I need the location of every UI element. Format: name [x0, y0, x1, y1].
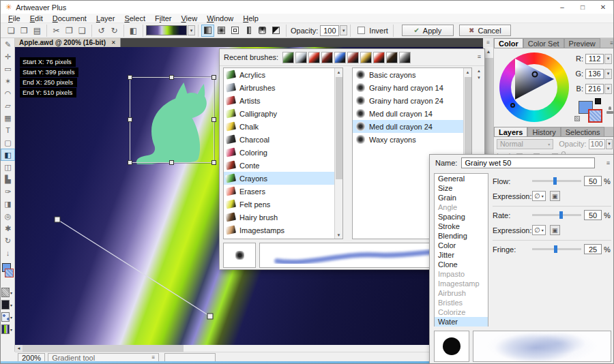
recent-brush-thumbnail[interactable]: [399, 52, 411, 63]
settings-section-item[interactable]: Grain: [435, 193, 488, 202]
cut-button[interactable]: ✂: [50, 25, 63, 37]
gradient-square-button[interactable]: [229, 25, 242, 37]
move-tool[interactable]: ✛: [1, 50, 15, 63]
panel-tab[interactable]: Color: [494, 38, 523, 48]
brush-variant-item[interactable]: Grainy hard crayon 14: [353, 81, 471, 94]
background-pattern-swatch[interactable]: [5, 269, 14, 277]
brush-variant-item[interactable]: Basic crayons: [353, 68, 471, 81]
expression-options-button[interactable]: ▣: [550, 191, 560, 201]
recent-brush-thumbnail[interactable]: [373, 52, 385, 63]
menu-item[interactable]: Edit: [25, 14, 48, 22]
selection-handle[interactable]: [211, 160, 216, 165]
cancel-button[interactable]: ✖Cancel: [459, 25, 511, 36]
channel-value[interactable]: 216: [585, 84, 604, 94]
brush-category-item[interactable]: Airbrushes: [224, 81, 342, 94]
rate-slider[interactable]: [532, 211, 581, 219]
recent-brush-thumbnail[interactable]: [386, 52, 398, 63]
scroll-up-icon[interactable]: ▲: [464, 68, 471, 76]
brush-category-item[interactable]: Charcoal: [224, 133, 342, 146]
brush-variant-item[interactable]: Waxy crayons: [353, 133, 471, 146]
brush-category-item[interactable]: Acrylics: [224, 68, 342, 81]
panel-tab[interactable]: Preview: [564, 38, 600, 48]
rate-value[interactable]: 50: [584, 210, 602, 220]
zoom-tool[interactable]: ◎: [1, 210, 15, 222]
selection-handle[interactable]: [128, 75, 132, 80]
menu-item[interactable]: Window: [202, 14, 238, 22]
document-tab[interactable]: Apple.awd @ 200% (16-bit) ✕: [15, 38, 121, 47]
rect-select-tool[interactable]: ▭: [1, 63, 15, 75]
panel-tab[interactable]: Selections: [561, 127, 605, 136]
color-triangle[interactable]: [510, 55, 558, 103]
minimize-button[interactable]: –: [552, 1, 572, 14]
brush-category-item[interactable]: Crayons: [224, 172, 342, 185]
spin-up-icon[interactable]: ▲: [475, 67, 483, 74]
selection-handle[interactable]: [128, 160, 132, 165]
horizontal-scrollbar[interactable]: ◄: [15, 345, 483, 352]
lasso-tool[interactable]: ◠: [1, 87, 15, 100]
expression-select[interactable]: ∅▾: [532, 225, 546, 235]
hue-ring-marker[interactable]: [510, 103, 515, 108]
brush-category-item[interactable]: Hairy brush: [224, 211, 342, 224]
menu-item[interactable]: Document: [48, 14, 91, 22]
selection-handle[interactable]: [169, 75, 174, 80]
settings-section-item[interactable]: Water: [435, 317, 488, 327]
scroll-up-icon[interactable]: ▲: [484, 47, 493, 56]
text-tool[interactable]: T: [1, 124, 15, 136]
channel-value[interactable]: 112: [585, 54, 604, 64]
rotate-tool[interactable]: ↻: [1, 234, 15, 247]
new-file-button[interactable]: ❏: [5, 25, 18, 37]
brush-variant-item[interactable]: Med dull crayon 14: [353, 107, 471, 120]
brush-category-item[interactable]: Calligraphy: [224, 107, 342, 120]
channel-dropdown-icon[interactable]: ▾: [604, 84, 612, 94]
settings-section-item[interactable]: Colorize: [435, 307, 488, 317]
gradient-radial-button[interactable]: [215, 25, 228, 37]
selection-handle[interactable]: [169, 160, 174, 165]
texture-swatch[interactable]: ▾: [1, 288, 15, 297]
opacity-dropdown-icon[interactable]: ▾: [340, 25, 347, 35]
gradient-preview[interactable]: [146, 25, 187, 35]
scroll-thumb[interactable]: [336, 77, 342, 179]
recent-brush-thumbnail[interactable]: [321, 52, 333, 63]
gradient-dropdown-icon[interactable]: ▾: [188, 25, 195, 35]
chevron-down-icon[interactable]: ▾: [10, 303, 14, 307]
eyedropper-tool[interactable]: ✑: [1, 185, 15, 198]
gradient-linear-button[interactable]: [201, 25, 214, 37]
settings-section-item[interactable]: Color: [435, 241, 488, 250]
fringe-slider[interactable]: [532, 245, 581, 254]
panel-tab[interactable]: History: [527, 127, 560, 136]
horizontal-scroll-thumb[interactable]: [184, 345, 465, 352]
brush-category-item[interactable]: Felt pens: [224, 198, 342, 211]
menu-item[interactable]: Help: [238, 14, 263, 22]
fill-tool[interactable]: ◨: [1, 198, 15, 210]
gradient-bar-button[interactable]: [242, 25, 255, 37]
copy-button[interactable]: ❐: [63, 25, 76, 37]
chevron-down-icon[interactable]: ▾: [10, 315, 14, 320]
panel-menu-icon[interactable]: ≡: [483, 38, 493, 47]
brush-category-item[interactable]: Conte: [224, 159, 342, 172]
panel-tab[interactable]: Color Set: [523, 38, 564, 48]
layer-opacity-value[interactable]: 100: [589, 139, 605, 149]
invert-checkbox[interactable]: [357, 27, 365, 34]
recent-brush-thumbnail[interactable]: [347, 52, 359, 63]
active-pattern-swatch[interactable]: [588, 109, 602, 123]
rate-slider-thumb[interactable]: [559, 211, 563, 219]
redo-button[interactable]: ↻: [108, 25, 121, 37]
tab-close-icon[interactable]: ✕: [111, 40, 116, 46]
selection-handle[interactable]: [211, 117, 216, 122]
gradient-tool-options-icon[interactable]: ◧: [127, 25, 140, 37]
brush-category-item[interactable]: Imagestamps: [224, 224, 342, 237]
chevron-down-icon[interactable]: ▾: [10, 327, 14, 332]
open-file-button[interactable]: ❒: [18, 25, 31, 37]
menu-item[interactable]: Layer: [91, 14, 120, 22]
recent-brush-thumbnail[interactable]: [295, 52, 307, 63]
fringe-value[interactable]: 25: [584, 244, 602, 254]
secondary-color-swatch[interactable]: [595, 98, 601, 104]
panel-menu-icon[interactable]: ≡: [478, 53, 481, 60]
flow-slider[interactable]: [532, 177, 581, 185]
magic-wand-tool[interactable]: ✶: [1, 75, 15, 87]
scroll-up-icon[interactable]: ▲: [335, 68, 342, 76]
layer-opacity-dropdown-icon[interactable]: ▾: [606, 139, 613, 149]
settings-section-item[interactable]: Impasto: [435, 269, 488, 279]
flower-pattern-swatch[interactable]: ▾: [1, 312, 15, 322]
brush-name-input[interactable]: [461, 157, 595, 168]
